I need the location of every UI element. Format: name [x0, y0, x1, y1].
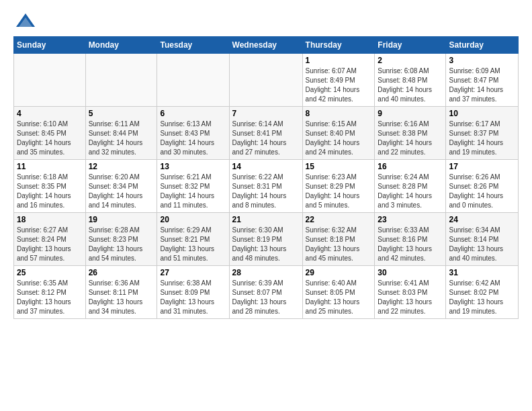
- day-info: Sunrise: 6:11 AM Sunset: 8:44 PM Dayligh…: [89, 120, 143, 156]
- week-row-5: 25Sunrise: 6:35 AM Sunset: 8:12 PM Dayli…: [14, 266, 519, 319]
- page: SundayMondayTuesdayWednesdayThursdayFrid…: [0, 0, 532, 326]
- day-number: 7: [232, 109, 300, 118]
- day-number: 23: [378, 215, 443, 224]
- calendar-cell: [157, 54, 229, 107]
- calendar-cell: [14, 54, 86, 107]
- day-info: Sunrise: 6:17 AM Sunset: 8:37 PM Dayligh…: [449, 120, 503, 156]
- calendar-cell: [229, 54, 302, 107]
- calendar-cell: 19Sunrise: 6:28 AM Sunset: 8:23 PM Dayli…: [85, 213, 157, 266]
- calendar-cell: 17Sunrise: 6:26 AM Sunset: 8:26 PM Dayli…: [446, 160, 519, 213]
- day-info: Sunrise: 6:36 AM Sunset: 8:11 PM Dayligh…: [89, 279, 143, 315]
- calendar-cell: 22Sunrise: 6:32 AM Sunset: 8:18 PM Dayli…: [302, 213, 375, 266]
- calendar-cell: 28Sunrise: 6:39 AM Sunset: 8:07 PM Dayli…: [229, 266, 302, 319]
- day-info: Sunrise: 6:07 AM Sunset: 8:49 PM Dayligh…: [306, 67, 360, 103]
- day-number: 24: [449, 215, 515, 224]
- day-info: Sunrise: 6:22 AM Sunset: 8:31 PM Dayligh…: [232, 173, 287, 209]
- day-info: Sunrise: 6:23 AM Sunset: 8:29 PM Dayligh…: [306, 173, 360, 209]
- calendar-cell: 30Sunrise: 6:41 AM Sunset: 8:03 PM Dayli…: [375, 266, 446, 319]
- day-number: 6: [160, 109, 226, 118]
- header-day-thursday: Thursday: [302, 37, 375, 54]
- calendar-cell: 12Sunrise: 6:20 AM Sunset: 8:34 PM Dayli…: [85, 160, 157, 213]
- calendar-cell: 21Sunrise: 6:30 AM Sunset: 8:19 PM Dayli…: [229, 213, 302, 266]
- day-number: 30: [378, 268, 443, 277]
- calendar-cell: 3Sunrise: 6:09 AM Sunset: 8:47 PM Daylig…: [446, 54, 519, 107]
- day-number: 18: [17, 215, 83, 224]
- header: [13, 11, 519, 30]
- calendar-cell: 5Sunrise: 6:11 AM Sunset: 8:44 PM Daylig…: [85, 107, 157, 160]
- day-info: Sunrise: 6:20 AM Sunset: 8:34 PM Dayligh…: [89, 173, 143, 209]
- day-number: 27: [160, 268, 226, 277]
- week-row-4: 18Sunrise: 6:27 AM Sunset: 8:24 PM Dayli…: [14, 213, 519, 266]
- week-row-2: 4Sunrise: 6:10 AM Sunset: 8:45 PM Daylig…: [14, 107, 519, 160]
- day-info: Sunrise: 6:29 AM Sunset: 8:21 PM Dayligh…: [160, 226, 214, 262]
- day-number: 16: [378, 162, 443, 171]
- day-number: 10: [449, 109, 515, 118]
- day-info: Sunrise: 6:10 AM Sunset: 8:45 PM Dayligh…: [17, 120, 71, 156]
- day-info: Sunrise: 6:18 AM Sunset: 8:35 PM Dayligh…: [17, 173, 71, 209]
- day-number: 11: [17, 162, 83, 171]
- calendar-cell: 26Sunrise: 6:36 AM Sunset: 8:11 PM Dayli…: [85, 266, 157, 319]
- logo-icon: [16, 11, 35, 30]
- calendar-cell: 15Sunrise: 6:23 AM Sunset: 8:29 PM Dayli…: [302, 160, 375, 213]
- calendar-cell: 7Sunrise: 6:14 AM Sunset: 8:41 PM Daylig…: [229, 107, 302, 160]
- calendar-cell: 14Sunrise: 6:22 AM Sunset: 8:31 PM Dayli…: [229, 160, 302, 213]
- calendar-cell: 4Sunrise: 6:10 AM Sunset: 8:45 PM Daylig…: [14, 107, 86, 160]
- day-number: 1: [306, 56, 372, 65]
- calendar-cell: 6Sunrise: 6:13 AM Sunset: 8:43 PM Daylig…: [157, 107, 229, 160]
- day-info: Sunrise: 6:42 AM Sunset: 8:02 PM Dayligh…: [449, 279, 503, 315]
- day-info: Sunrise: 6:40 AM Sunset: 8:05 PM Dayligh…: [306, 279, 360, 315]
- day-info: Sunrise: 6:15 AM Sunset: 8:40 PM Dayligh…: [306, 120, 360, 156]
- calendar-cell: 1Sunrise: 6:07 AM Sunset: 8:49 PM Daylig…: [302, 54, 375, 107]
- day-info: Sunrise: 6:08 AM Sunset: 8:48 PM Dayligh…: [378, 67, 432, 103]
- day-number: 9: [378, 109, 443, 118]
- day-number: 25: [17, 268, 83, 277]
- day-number: 4: [17, 109, 83, 118]
- day-number: 31: [449, 268, 515, 277]
- week-row-1: 1Sunrise: 6:07 AM Sunset: 8:49 PM Daylig…: [14, 54, 519, 107]
- day-info: Sunrise: 6:32 AM Sunset: 8:18 PM Dayligh…: [306, 226, 360, 262]
- calendar-cell: 31Sunrise: 6:42 AM Sunset: 8:02 PM Dayli…: [446, 266, 519, 319]
- header-day-sunday: Sunday: [14, 37, 86, 54]
- day-number: 28: [232, 268, 300, 277]
- calendar-cell: 16Sunrise: 6:24 AM Sunset: 8:28 PM Dayli…: [375, 160, 446, 213]
- day-number: 19: [89, 215, 154, 224]
- day-number: 5: [89, 109, 154, 118]
- day-number: 2: [378, 56, 443, 65]
- calendar-cell: 10Sunrise: 6:17 AM Sunset: 8:37 PM Dayli…: [446, 107, 519, 160]
- day-number: 20: [160, 215, 226, 224]
- calendar-cell: 23Sunrise: 6:33 AM Sunset: 8:16 PM Dayli…: [375, 213, 446, 266]
- calendar-cell: 13Sunrise: 6:21 AM Sunset: 8:32 PM Dayli…: [157, 160, 229, 213]
- calendar-cell: [85, 54, 157, 107]
- day-info: Sunrise: 6:21 AM Sunset: 8:32 PM Dayligh…: [160, 173, 214, 209]
- day-info: Sunrise: 6:35 AM Sunset: 8:12 PM Dayligh…: [17, 279, 71, 315]
- day-number: 15: [306, 162, 372, 171]
- day-info: Sunrise: 6:16 AM Sunset: 8:38 PM Dayligh…: [378, 120, 432, 156]
- calendar-cell: 8Sunrise: 6:15 AM Sunset: 8:40 PM Daylig…: [302, 107, 375, 160]
- day-info: Sunrise: 6:27 AM Sunset: 8:24 PM Dayligh…: [17, 226, 71, 262]
- day-info: Sunrise: 6:33 AM Sunset: 8:16 PM Dayligh…: [378, 226, 432, 262]
- day-info: Sunrise: 6:30 AM Sunset: 8:19 PM Dayligh…: [232, 226, 287, 262]
- day-info: Sunrise: 6:24 AM Sunset: 8:28 PM Dayligh…: [378, 173, 432, 209]
- calendar-header: SundayMondayTuesdayWednesdayThursdayFrid…: [14, 37, 519, 54]
- day-number: 29: [306, 268, 372, 277]
- calendar-cell: 2Sunrise: 6:08 AM Sunset: 8:48 PM Daylig…: [375, 54, 446, 107]
- day-number: 13: [160, 162, 226, 171]
- calendar-cell: 29Sunrise: 6:40 AM Sunset: 8:05 PM Dayli…: [302, 266, 375, 319]
- calendar-cell: 9Sunrise: 6:16 AM Sunset: 8:38 PM Daylig…: [375, 107, 446, 160]
- day-number: 14: [232, 162, 300, 171]
- day-info: Sunrise: 6:34 AM Sunset: 8:14 PM Dayligh…: [449, 226, 503, 262]
- header-day-saturday: Saturday: [446, 37, 519, 54]
- header-row: SundayMondayTuesdayWednesdayThursdayFrid…: [14, 37, 519, 54]
- calendar-cell: 25Sunrise: 6:35 AM Sunset: 8:12 PM Dayli…: [14, 266, 86, 319]
- day-info: Sunrise: 6:09 AM Sunset: 8:47 PM Dayligh…: [449, 67, 503, 103]
- calendar-body: 1Sunrise: 6:07 AM Sunset: 8:49 PM Daylig…: [14, 54, 519, 319]
- day-info: Sunrise: 6:39 AM Sunset: 8:07 PM Dayligh…: [232, 279, 287, 315]
- day-number: 22: [306, 215, 372, 224]
- calendar-cell: 24Sunrise: 6:34 AM Sunset: 8:14 PM Dayli…: [446, 213, 519, 266]
- day-number: 3: [449, 56, 515, 65]
- week-row-3: 11Sunrise: 6:18 AM Sunset: 8:35 PM Dayli…: [14, 160, 519, 213]
- day-info: Sunrise: 6:28 AM Sunset: 8:23 PM Dayligh…: [89, 226, 143, 262]
- day-info: Sunrise: 6:14 AM Sunset: 8:41 PM Dayligh…: [232, 120, 287, 156]
- calendar-cell: 11Sunrise: 6:18 AM Sunset: 8:35 PM Dayli…: [14, 160, 86, 213]
- day-number: 17: [449, 162, 515, 171]
